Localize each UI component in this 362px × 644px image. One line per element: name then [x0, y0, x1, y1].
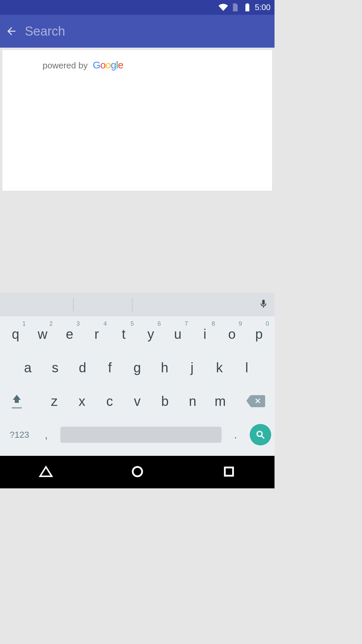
nav-home-icon[interactable] [130, 465, 144, 480]
svg-marker-2 [40, 467, 52, 476]
key-l[interactable]: l [233, 352, 260, 383]
key-o[interactable]: o9 [219, 318, 246, 350]
key-q[interactable]: q1 [2, 318, 29, 350]
svg-line-1 [262, 436, 264, 439]
powered-by-label: powered by [43, 60, 87, 70]
key-h[interactable]: h [151, 352, 178, 383]
key-m[interactable]: m [206, 385, 234, 417]
mic-icon[interactable] [258, 299, 268, 310]
wifi-icon [219, 3, 228, 12]
search-input[interactable] [25, 24, 269, 39]
results-card: powered by Google [2, 50, 273, 191]
suggest-divider [73, 298, 73, 311]
nav-back-icon[interactable] [39, 465, 53, 480]
key-p[interactable]: p0 [245, 318, 273, 350]
key-w[interactable]: w2 [29, 318, 56, 350]
key-row-2: asdfghjkl [1, 352, 274, 383]
content-area: powered by Google [0, 48, 275, 193]
key-n[interactable]: n [179, 385, 206, 417]
battery-icon [243, 3, 252, 12]
search-enter-key[interactable] [250, 424, 271, 445]
shift-key[interactable] [2, 385, 32, 417]
key-x[interactable]: x [68, 385, 96, 417]
key-r[interactable]: r4 [83, 318, 110, 350]
period-key[interactable]: . [225, 419, 246, 450]
app-bar [0, 15, 275, 48]
google-logo: Google [93, 59, 123, 70]
row3-letters: zxcvbnm [32, 385, 243, 417]
comma-key[interactable]: , [36, 419, 57, 450]
key-row-3: zxcvbnm ✕ [1, 385, 274, 417]
key-j[interactable]: j [178, 352, 206, 383]
key-k[interactable]: k [206, 352, 233, 383]
space-key[interactable] [60, 427, 222, 443]
status-time: 5:00 [255, 3, 270, 12]
svg-point-3 [133, 467, 142, 476]
no-sim-icon [231, 3, 240, 12]
key-d[interactable]: d [69, 352, 96, 383]
suggestion-bar [0, 293, 275, 316]
key-i[interactable]: i8 [191, 318, 219, 350]
key-s[interactable]: s [42, 352, 69, 383]
svg-point-0 [257, 431, 262, 436]
key-f[interactable]: f [96, 352, 124, 383]
nav-recent-icon[interactable] [222, 465, 236, 480]
key-t[interactable]: t5 [110, 318, 137, 350]
key-y[interactable]: y6 [137, 318, 164, 350]
symbols-key[interactable]: ?123 [3, 419, 36, 450]
back-icon[interactable] [5, 25, 17, 37]
keyboard: q1w2e3r4t5y6u7i8o9p0 asdfghjkl zxcvbnm ✕… [0, 293, 275, 456]
key-row-1: q1w2e3r4t5y6u7i8o9p0 [1, 318, 274, 350]
svg-rect-4 [225, 467, 233, 476]
key-b[interactable]: b [151, 385, 179, 417]
key-row-4: ?123 , . [1, 419, 274, 450]
key-c[interactable]: c [96, 385, 124, 417]
key-u[interactable]: u7 [164, 318, 191, 350]
status-bar: 5:00 [0, 0, 275, 15]
backspace-key[interactable]: ✕ [243, 385, 273, 417]
key-g[interactable]: g [124, 352, 151, 383]
key-z[interactable]: z [41, 385, 68, 417]
nav-bar [0, 456, 275, 488]
suggest-divider [132, 298, 132, 311]
key-a[interactable]: a [14, 352, 42, 383]
key-v[interactable]: v [123, 385, 151, 417]
key-e[interactable]: e3 [56, 318, 83, 350]
